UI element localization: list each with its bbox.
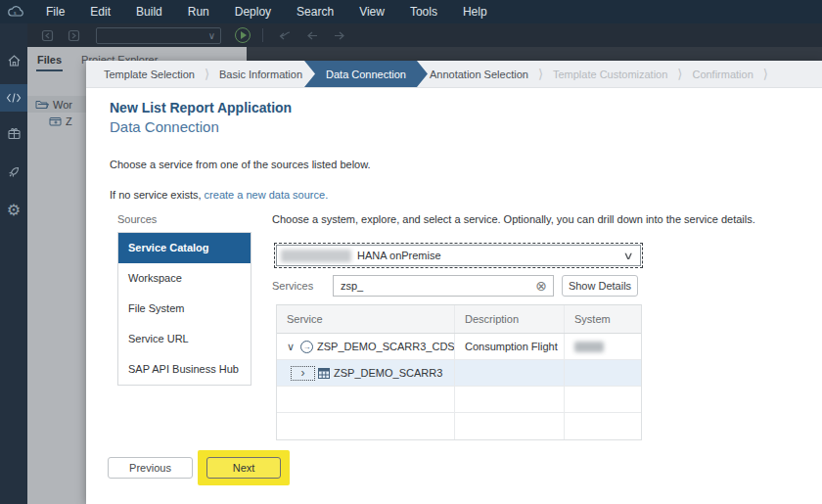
source-file-system[interactable]: File System	[118, 294, 251, 324]
focused-chevron-right-icon[interactable]: ›	[291, 366, 315, 381]
tree-item-label: Z	[66, 115, 72, 127]
chevron-down-icon[interactable]: ∨	[287, 341, 295, 353]
service-name: ZSP_DEMO_SCARR3	[334, 367, 442, 379]
menu-view[interactable]: View	[346, 0, 397, 23]
table-row-entity-selected[interactable]: › ZSP_DEMO_SCARR3	[277, 360, 641, 387]
run-configuration-select[interactable]: ∨	[96, 27, 221, 44]
open-folder-icon	[35, 99, 49, 110]
cloud-logo-icon: s	[0, 6, 33, 18]
toolbar-divider	[262, 28, 263, 42]
table-row-service-cds[interactable]: ∨ → ZSP_DEMO_SCARR3_CDS Consumption Flig…	[277, 334, 641, 360]
rocket-icon[interactable]	[0, 159, 27, 186]
left-rail: ⚙	[0, 23, 27, 504]
create-data-source-link[interactable]: create a new data source.	[205, 189, 329, 201]
toolbar: ∨	[27, 23, 822, 47]
menu-build[interactable]: Build	[123, 0, 175, 23]
entity-table-icon	[318, 368, 330, 379]
services-search-field[interactable]: ⊗	[333, 275, 554, 297]
menu-run[interactable]: Run	[175, 0, 222, 23]
instruction-text: Choose a service from one of the sources…	[110, 159, 371, 170]
menu-bar: s File Edit Build Run Deploy Search View…	[0, 0, 822, 23]
step-separator-icon: ⟩	[203, 61, 211, 87]
step-return-icon[interactable]	[277, 30, 292, 41]
service-panel-instruction: Choose a system, explore, and select a s…	[272, 213, 810, 225]
service-description: Consumption Flight	[455, 334, 565, 359]
chevron-down-icon: ∨	[208, 30, 215, 41]
no-service-text: If no service exists, create a new data …	[110, 189, 328, 201]
history-forward-icon[interactable]	[68, 29, 80, 42]
source-workspace[interactable]: Workspace	[118, 263, 251, 294]
new-list-report-wizard-dialog: Template Selection ⟩ Basic Information D…	[86, 61, 822, 504]
step-template-customization: Template Customization	[545, 61, 675, 87]
table-row-empty	[277, 413, 641, 439]
app-window: s File Edit Build Run Deploy Search View…	[0, 0, 822, 504]
svg-text:s: s	[14, 10, 17, 16]
tree-item-label: Wor	[53, 99, 72, 111]
step-basic-information[interactable]: Basic Information	[211, 61, 310, 87]
sources-label: Sources	[117, 213, 157, 225]
step-annotation-selection[interactable]: Annotation Selection	[422, 61, 536, 87]
wizard-progress-bar: Template Selection ⟩ Basic Information D…	[86, 61, 822, 88]
column-header-service: Service	[277, 305, 455, 333]
sources-list: Service Catalog Workspace File System Se…	[117, 232, 251, 386]
service-system	[565, 360, 641, 386]
menu-deploy[interactable]: Deploy	[222, 0, 284, 23]
clear-search-icon[interactable]: ⊗	[535, 279, 553, 293]
tab-files[interactable]: Files	[27, 47, 71, 72]
step-forward-icon[interactable]	[333, 30, 346, 41]
home-icon[interactable]	[0, 47, 27, 74]
menu-tools[interactable]: Tools	[397, 0, 450, 23]
service-description	[455, 360, 565, 386]
services-label: Services	[272, 280, 313, 292]
redacted-system-value	[574, 342, 604, 352]
dialog-subtitle: Data Connection	[110, 118, 219, 135]
packages-icon[interactable]	[0, 119, 27, 147]
odata-service-icon: →	[300, 341, 313, 353]
column-header-description: Description	[455, 305, 565, 333]
services-search-input[interactable]	[334, 280, 535, 292]
system-select-value: HANA onPremise	[357, 250, 624, 261]
step-separator-icon: ⟩	[761, 61, 770, 87]
step-template-selection[interactable]: Template Selection	[96, 61, 203, 87]
show-details-button[interactable]: Show Details	[562, 275, 638, 297]
column-header-system: System	[565, 305, 641, 333]
service-system	[565, 334, 641, 359]
table-header-row: Service Description System	[277, 305, 641, 334]
services-table: Service Description System ∨ → ZSP_DEMO_…	[276, 304, 642, 440]
step-separator-icon: ⟩	[675, 61, 684, 87]
menu-help[interactable]: Help	[450, 0, 500, 23]
previous-button[interactable]: Previous	[108, 457, 193, 479]
no-service-prefix: If no service exists,	[110, 189, 202, 201]
menu-search[interactable]: Search	[284, 0, 346, 23]
chevron-down-icon: ∨	[622, 250, 633, 262]
step-back-icon[interactable]	[305, 30, 319, 41]
step-confirmation: Confirmation	[684, 61, 760, 87]
code-editor-icon[interactable]	[0, 84, 27, 112]
redacted-system-name	[281, 250, 351, 262]
step-separator-icon: ⟩	[536, 61, 545, 87]
step-data-connection-active[interactable]: Data Connection	[304, 61, 428, 87]
source-sap-api-business-hub[interactable]: SAP API Business Hub	[118, 354, 251, 385]
service-name: ZSP_DEMO_SCARR3_CDS	[317, 341, 455, 352]
menu-edit[interactable]: Edit	[77, 0, 123, 23]
history-back-icon[interactable]	[41, 29, 54, 42]
system-select[interactable]: HANA onPremise ∨	[276, 245, 641, 266]
next-button[interactable]: Next	[206, 457, 281, 479]
dialog-title: New List Report Application	[110, 100, 292, 115]
folder-icon	[49, 115, 62, 126]
run-play-icon[interactable]	[235, 27, 251, 43]
table-row-empty	[277, 387, 641, 413]
source-service-catalog[interactable]: Service Catalog	[118, 233, 251, 263]
source-service-url[interactable]: Service URL	[118, 324, 251, 354]
menu-file[interactable]: File	[33, 0, 77, 23]
gear-icon[interactable]: ⚙	[0, 196, 27, 223]
